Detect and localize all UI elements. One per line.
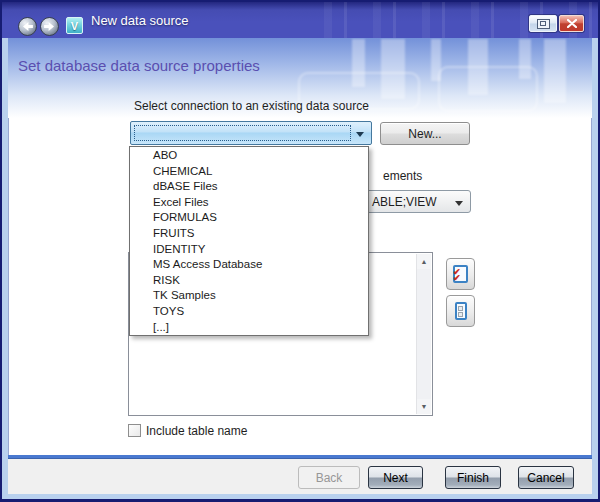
- elements-combobox[interactable]: ABLE;VIEW: [365, 190, 471, 213]
- forward-nav-button[interactable]: [40, 17, 59, 36]
- app-logo-letter: V: [71, 20, 78, 32]
- columns-icon: [455, 302, 467, 320]
- dropdown-item[interactable]: CHEMICAL: [130, 164, 368, 180]
- titlebar: V New data source: [2, 2, 598, 38]
- columns-button[interactable]: [446, 295, 475, 327]
- close-icon: [567, 19, 577, 28]
- checklist-icon: ✔✔: [453, 265, 468, 283]
- elements-label-partial: ements: [383, 169, 422, 183]
- wizard-window: V New data source Set database data sour…: [0, 0, 600, 502]
- dropdown-item[interactable]: IDENTITY: [130, 242, 368, 258]
- circuit-pattern: [438, 66, 538, 112]
- close-button[interactable]: [559, 15, 584, 32]
- maximize-icon: [537, 19, 550, 29]
- focus-rectangle: [134, 125, 351, 141]
- new-button[interactable]: New...: [380, 122, 470, 145]
- dropdown-item[interactable]: Excel Files: [130, 195, 368, 211]
- circuit-pattern: [544, 39, 566, 103]
- dropdown-item[interactable]: [...]: [130, 320, 368, 336]
- scroll-down-icon[interactable]: ▼: [417, 399, 431, 414]
- include-table-name-checkbox[interactable]: [128, 424, 141, 437]
- window-title: New data source: [91, 2, 189, 38]
- next-button[interactable]: Next: [368, 466, 423, 489]
- back-button[interactable]: Back: [298, 466, 360, 489]
- finish-button[interactable]: Finish: [445, 466, 501, 489]
- page-title: Set database data source properties: [18, 57, 260, 74]
- back-arrow-icon: [22, 22, 33, 31]
- maximize-button[interactable]: [529, 15, 557, 32]
- connection-label: Select connection to an existing data so…: [134, 99, 369, 113]
- forward-arrow-icon: [44, 22, 55, 31]
- elements-combobox-value: ABLE;VIEW: [372, 195, 437, 209]
- app-logo-icon: V: [66, 17, 83, 34]
- dropdown-item[interactable]: dBASE Files: [130, 179, 368, 195]
- dropdown-item[interactable]: ABO: [130, 148, 368, 164]
- check-syntax-button[interactable]: ✔✔: [446, 258, 475, 290]
- dropdown-item[interactable]: FORMULAS: [130, 210, 368, 226]
- footer-bar: Back Next Finish Cancel: [8, 459, 592, 494]
- dropdown-item[interactable]: RISK: [130, 273, 368, 289]
- chevron-down-icon: [455, 201, 463, 206]
- connection-combobox[interactable]: [130, 121, 372, 145]
- dropdown-item[interactable]: FRUITS: [130, 226, 368, 242]
- scroll-up-icon[interactable]: ▲: [417, 254, 431, 269]
- chevron-down-icon: [356, 132, 364, 137]
- back-nav-button[interactable]: [18, 17, 37, 36]
- dropdown-item[interactable]: MS Access Database: [130, 257, 368, 273]
- vertical-scrollbar[interactable]: ▲ ▼: [416, 254, 431, 414]
- cancel-button[interactable]: Cancel: [518, 466, 574, 489]
- dropdown-item[interactable]: TK Samples: [130, 288, 368, 304]
- include-table-name-label: Include table name: [146, 424, 247, 438]
- dropdown-item[interactable]: TOYS: [130, 304, 368, 320]
- new-button-label: New...: [408, 127, 441, 141]
- connection-dropdown-list: ABO CHEMICAL dBASE Files Excel Files FOR…: [129, 146, 369, 336]
